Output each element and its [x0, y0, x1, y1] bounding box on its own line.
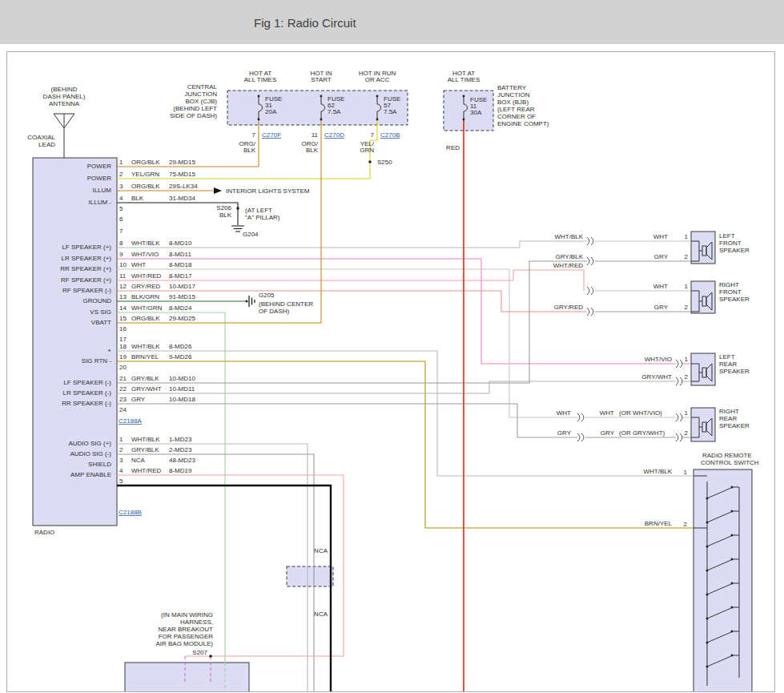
inline-connector-icon: [581, 433, 584, 441]
radio-pin-a-function: ILLUM -: [89, 199, 112, 206]
radio-pin-a-function: VBATT: [91, 319, 111, 326]
radio-pin-b-wire-color: GRY/BLK: [131, 446, 159, 453]
radio-pin-a-wire-color: BRN/YEL: [131, 353, 159, 361]
radio-pin-a-circuit: 29-MD15: [169, 159, 195, 166]
inline-connector-box: [287, 566, 333, 586]
antenna-icon: [54, 114, 74, 158]
radio-pin-a-wire-color: ORG/BLK: [131, 183, 160, 190]
speaker-name: SPEAKER: [719, 368, 750, 375]
connector-c270d[interactable]: C270D: [324, 131, 344, 139]
bjb-name-6: ENGINE COMPT): [497, 120, 549, 127]
radio-pin-a-wire-color: GRY/RED: [131, 283, 161, 290]
radio-pin-a-number: 20: [119, 364, 127, 371]
speaker-name: REAR: [719, 415, 737, 422]
wire-color-label: BRN/YEL: [645, 520, 673, 527]
wires: [117, 119, 694, 692]
radio-pin-b-function: AUDIO SIG (+): [68, 440, 111, 447]
radio-pin-a-number: 22: [119, 385, 127, 393]
speaker-pin: 2: [685, 253, 689, 260]
radio-pin-a-number: 5: [119, 205, 123, 212]
wire-color-label: WHT/BLK: [554, 233, 583, 240]
radio-pin-b-circuit: 2-MD23: [169, 446, 192, 453]
radio-pin-a-circuit: 10-MD10: [169, 375, 195, 382]
radio-pin-b-number: 5: [119, 477, 123, 485]
radio-pin-a-circuit: 29-MD25: [169, 315, 195, 322]
connector-c270b[interactable]: C270B: [380, 131, 400, 139]
wire-color-label: BLK: [243, 147, 256, 154]
bjb-name-1: BATTERY: [497, 84, 527, 91]
radio-pin-a-number: 16: [119, 325, 127, 332]
fuse-rating: 7.5A: [384, 108, 397, 115]
speaker-pin: 2: [685, 429, 689, 437]
wire-color-label-red: RED: [446, 144, 460, 151]
ground-g204-label: G204: [243, 231, 259, 238]
wire-color-label: BLK: [306, 147, 319, 154]
fuse-terminal-dot: [376, 95, 379, 98]
radio-pin-a-circuit: 8-MD10: [169, 240, 192, 247]
speaker-pin: 1: [685, 356, 689, 363]
coaxial-label-1: COAXIAL: [27, 134, 55, 141]
radio-pin-a-function: LF SPEAKER (-): [63, 379, 111, 386]
g205-location-2: OF DASH): [259, 308, 290, 315]
cjb-name-1: CENTRAL: [187, 83, 218, 91]
speaker-name: LEFT: [719, 232, 735, 240]
radio-pin-a-wire-color: WHT/BLK: [131, 343, 160, 350]
fuse-rating: 20A: [265, 108, 277, 115]
connector-c2188a[interactable]: C2188A: [119, 417, 143, 425]
radio-pin-a-function: LR SPEAKER (-): [63, 389, 112, 397]
radio-pin-a-number: 23: [119, 396, 127, 403]
radio-pin-a-function: ILLUM: [92, 187, 111, 194]
connector-pin: 7: [252, 131, 256, 139]
bjb-name-4: (LEFT REAR: [497, 106, 535, 113]
s207-location-4: FOR PASSENGER: [159, 633, 214, 640]
radio-pin-b-function: AMP ENABLE: [70, 471, 111, 478]
generated-layer: 1ORG/BLK29-MD15POWER2YEL/GRN75-MD15POWER…: [60, 159, 739, 686]
wire-color-label: WHT/RED: [553, 262, 584, 269]
fuse-terminal-dot: [258, 119, 260, 121]
radio-pin-a-function: VS SIG: [90, 308, 111, 316]
connector-c2188b[interactable]: C2188B: [119, 509, 142, 516]
radio-pin-a-circuit: 10-MD11: [169, 385, 195, 393]
wire-rr-speaker-pos: [117, 269, 691, 417]
radio-pin-b-number: 3: [119, 457, 123, 464]
speaker-name: SPEAKER: [719, 296, 750, 303]
speaker-pin: 2: [685, 304, 689, 311]
speaker-pin: 1: [685, 409, 689, 417]
speaker-name: REAR: [719, 361, 737, 368]
wire-color-label: WHT: [557, 409, 571, 417]
wire-color-label: GRY: [654, 253, 669, 260]
wire-color-label: GRY/WHT: [641, 373, 672, 381]
connector-c270f[interactable]: C270F: [262, 131, 281, 139]
radio-pin-a-wire-color: ORG/BLK: [131, 315, 160, 322]
wire-vs-sig-wht-grn: [117, 312, 225, 663]
radio-pin-a-wire-color: BLK/GRN: [131, 293, 159, 300]
inline-connector-icon: [680, 377, 682, 385]
ground-icon-g205: [249, 296, 255, 307]
radio-pin-a-function: POWER: [87, 163, 111, 170]
inline-connector-icon: [676, 377, 678, 385]
s207-location-3: NEAR BREAKOUT: [159, 626, 214, 633]
cjb-name-5: SIDE OF DASH): [170, 112, 217, 119]
radio-pin-a-circuit: 8-MD11: [169, 251, 191, 258]
radio-pin-a-number: 1: [119, 159, 123, 166]
radio-pin-a-wire-color: WHT/GRN: [131, 304, 162, 312]
remote-switch-pin: 2: [684, 521, 688, 528]
labels: (BEHIND DASH PANEL) ANTENNA COAXIAL LEAD…: [27, 70, 759, 656]
wire-color-label: GRY/BLK: [555, 253, 583, 260]
radio-pin-a-number: 3: [119, 183, 123, 190]
radio-pin-a-circuit: 29S-LK34: [169, 183, 198, 190]
radio-pin-a-circuit: 75-MD15: [169, 171, 195, 178]
antenna-location-2: DASH PANEL): [43, 93, 86, 100]
hot-label: ALL TIMES: [448, 76, 480, 83]
radio-pin-a-circuit: 31-MD34: [169, 195, 195, 202]
radio-pin-a-wire-color: BLK: [131, 195, 144, 202]
radio-pin-a-number: 11: [119, 272, 127, 280]
radio-pin-a-number: 21: [119, 375, 127, 382]
radio-pin-b-number: 1: [119, 436, 123, 443]
radio-pin-a-wire-color: GRY: [131, 396, 146, 403]
wire-color-label: GRY: [557, 429, 572, 437]
s207-location-5: AIR BAG MODULE): [155, 640, 213, 647]
inline-connector-icon: [676, 360, 678, 368]
coaxial-label-2: LEAD: [38, 141, 55, 148]
radio-pin-a-circuit: 8-MD17: [169, 272, 192, 280]
